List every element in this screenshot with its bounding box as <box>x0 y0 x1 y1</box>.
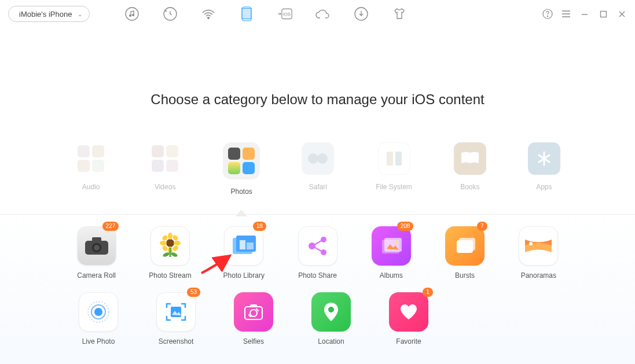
svg-point-44 <box>529 242 533 245</box>
location-icon <box>311 292 351 332</box>
category-videos[interactable]: Videos <box>149 142 181 196</box>
svg-rect-35 <box>247 242 254 249</box>
svg-rect-15 <box>387 152 393 166</box>
sunflower-icon <box>151 226 190 266</box>
close-button[interactable] <box>616 9 627 19</box>
page-title: Choose a category below to manage your i… <box>0 91 635 108</box>
sub-photolibrary[interactable]: 18 Photo Library <box>223 226 265 280</box>
subcategory-panel: 227 Camera Roll Photo Stream 18 Photo Li… <box>0 214 635 364</box>
music-icon[interactable] <box>124 6 140 21</box>
sub-photostream[interactable]: Photo Stream <box>149 226 191 280</box>
svg-text:iOS: iOS <box>283 12 291 17</box>
top-bar: iMobie's iPhone ⌄ iOS <box>0 0 635 28</box>
category-photos[interactable]: Photos <box>223 142 260 196</box>
sub-screenshot[interactable]: 53 Screenshot <box>153 292 199 345</box>
svg-rect-49 <box>245 307 262 319</box>
category-apps[interactable]: Apps <box>528 142 560 196</box>
sub-label: Selfies <box>243 337 264 345</box>
chevron-down-icon: ⌄ <box>78 11 82 17</box>
device-name: iMobie's iPhone <box>19 10 72 19</box>
selection-pointer-icon <box>236 209 247 216</box>
subcategory-row-1: 227 Camera Roll Photo Stream 18 Photo Li… <box>75 226 560 280</box>
selfies-icon <box>234 292 273 332</box>
category-row: Audio Videos Photos Safari <box>0 142 635 196</box>
history-icon[interactable] <box>163 6 178 21</box>
device-picker[interactable]: iMobie's iPhone ⌄ <box>8 6 90 22</box>
help-icon[interactable] <box>542 9 553 19</box>
cloud-icon[interactable] <box>315 6 331 21</box>
svg-point-2 <box>133 14 134 16</box>
svg-point-38 <box>321 249 326 255</box>
svg-rect-40 <box>384 238 402 252</box>
menu-icon[interactable] <box>561 9 571 19</box>
maximize-button[interactable] <box>598 9 608 19</box>
category-books[interactable]: Books <box>454 142 486 196</box>
svg-point-25 <box>174 241 181 245</box>
category-filesystem[interactable]: File System <box>376 142 412 196</box>
phone-icon[interactable] <box>239 6 254 21</box>
svg-point-20 <box>94 245 100 251</box>
sub-label: Photo Stream <box>149 271 191 280</box>
svg-point-21 <box>166 239 174 247</box>
svg-point-13 <box>308 153 318 164</box>
share-icon <box>298 226 337 266</box>
svg-rect-34 <box>240 240 245 249</box>
sub-livephoto[interactable]: Live Photo <box>75 292 122 345</box>
svg-point-22 <box>168 233 172 240</box>
sub-bursts[interactable]: 7 Bursts <box>443 226 486 280</box>
to-ios-icon[interactable]: iOS <box>277 6 292 21</box>
svg-point-1 <box>130 15 131 17</box>
sub-location[interactable]: Location <box>308 292 354 345</box>
count-badge: 227 <box>102 222 119 231</box>
camera-icon <box>77 226 116 266</box>
svg-rect-12 <box>600 11 606 17</box>
svg-point-50 <box>250 310 257 317</box>
minimize-button[interactable] <box>579 9 590 19</box>
svg-rect-6 <box>242 9 251 19</box>
panorama-icon <box>519 226 558 266</box>
category-label: Books <box>460 183 479 191</box>
category-safari[interactable]: Safari <box>302 142 334 196</box>
sub-label: Camera Roll <box>77 271 116 280</box>
svg-point-51 <box>328 307 334 312</box>
albums-icon <box>372 226 411 266</box>
svg-point-0 <box>126 8 138 20</box>
sub-panoramas[interactable]: Panoramas <box>517 226 560 280</box>
category-audio[interactable]: Audio <box>75 142 107 196</box>
tshirt-icon[interactable] <box>392 6 407 21</box>
sub-albums[interactable]: 208 Albums <box>370 226 412 280</box>
count-badge: 208 <box>397 222 414 231</box>
sub-label: Albums <box>380 271 403 280</box>
svg-point-41 <box>395 241 398 244</box>
subcategory-row-2: Live Photo 53 Screenshot Selfies Locatio… <box>75 292 560 345</box>
wifi-icon[interactable] <box>201 6 216 21</box>
sub-label: Photo Share <box>298 271 337 280</box>
svg-point-11 <box>547 16 548 16</box>
category-label: Safari <box>309 183 326 191</box>
sub-cameraroll[interactable]: 227 Camera Roll <box>75 226 118 280</box>
sub-favorite[interactable]: 1 Favorite <box>386 292 432 345</box>
sub-selfies[interactable]: Selfies <box>230 292 277 345</box>
screenshot-icon <box>156 292 196 332</box>
sub-label: Photo Library <box>223 271 265 280</box>
category-label: Audio <box>82 183 100 191</box>
category-label: Videos <box>155 183 175 191</box>
count-badge: 7 <box>477 222 487 231</box>
download-icon[interactable] <box>354 6 369 21</box>
count-badge: 1 <box>423 288 433 297</box>
sub-photoshare[interactable]: Photo Share <box>296 226 339 280</box>
svg-point-14 <box>317 153 328 164</box>
favorite-icon <box>389 292 428 332</box>
sub-label: Screenshot <box>159 337 194 345</box>
category-label: Photos <box>230 187 252 196</box>
category-label: Apps <box>536 183 552 191</box>
svg-point-37 <box>321 237 326 242</box>
sub-label: Bursts <box>455 271 475 280</box>
svg-rect-18 <box>92 237 101 242</box>
sub-label: Panoramas <box>521 271 556 280</box>
window-controls <box>542 9 627 19</box>
svg-rect-43 <box>459 238 475 251</box>
count-badge: 18 <box>253 222 266 231</box>
library-icon <box>224 226 263 266</box>
svg-point-24 <box>160 241 167 245</box>
